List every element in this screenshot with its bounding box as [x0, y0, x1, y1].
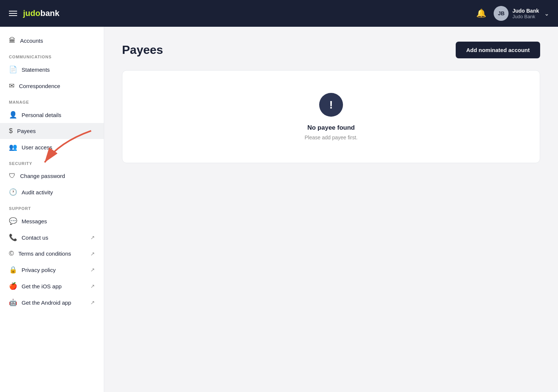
terms-label: Terms and conditions — [18, 250, 86, 257]
ios-app-external-icon: ↗ — [90, 283, 95, 289]
main-content: Payees Add nominated account ! No payee … — [104, 27, 558, 392]
accounts-label: Accounts — [20, 38, 95, 44]
sidebar-item-terms[interactable]: © Terms and conditions ↗ — [0, 246, 104, 262]
user-access-icon: 👥 — [9, 143, 17, 151]
android-app-icon: 🤖 — [9, 298, 17, 307]
ios-app-icon: 🍎 — [9, 282, 17, 290]
user-name: Judo Bank — [512, 8, 539, 14]
change-password-label: Change password — [20, 173, 95, 179]
contact-us-icon: 📞 — [9, 233, 17, 242]
page-header: Payees Add nominated account — [122, 42, 540, 58]
statements-icon: 📄 — [9, 65, 17, 74]
contact-us-external-icon: ↗ — [90, 234, 95, 240]
accounts-icon: 🏛 — [9, 37, 16, 45]
sidebar: 🏛 Accounts COMMUNICATIONS 📄 Statements ✉… — [0, 27, 104, 392]
personal-details-icon: 👤 — [9, 111, 17, 119]
avatar: JB — [494, 6, 509, 21]
add-nominated-account-button[interactable]: Add nominated account — [456, 42, 540, 58]
terms-icon: © — [9, 250, 14, 257]
sidebar-item-ios-app[interactable]: 🍎 Get the iOS app ↗ — [0, 278, 104, 294]
ios-app-label: Get the iOS app — [22, 283, 86, 289]
contact-us-label: Contact us — [22, 234, 86, 241]
privacy-external-icon: ↗ — [90, 267, 95, 273]
logo: judobank — [23, 9, 60, 18]
audit-activity-icon: 🕐 — [9, 188, 17, 196]
sidebar-item-android-app[interactable]: 🤖 Get the Android app ↗ — [0, 294, 104, 311]
support-section-label: SUPPORT — [0, 200, 104, 213]
empty-state-title: No payee found — [307, 124, 355, 132]
empty-state-card: ! No payee found Please add payee first. — [122, 70, 540, 163]
privacy-label: Privacy policy — [22, 267, 86, 273]
communications-section-label: COMMUNICATIONS — [0, 49, 104, 61]
sidebar-item-privacy[interactable]: 🔒 Privacy policy ↗ — [0, 262, 104, 278]
user-sub: Judo Bank — [512, 14, 539, 19]
logo-judo: judo — [23, 9, 40, 18]
top-navigation: judobank 🔔 JB Judo Bank Judo Bank ⌄ — [0, 0, 558, 27]
statements-label: Statements — [22, 67, 95, 73]
sidebar-item-payees[interactable]: $ Payees — [0, 123, 104, 139]
sidebar-item-messages[interactable]: 💬 Messages — [0, 213, 104, 229]
sidebar-item-audit-activity[interactable]: 🕐 Audit activity — [0, 184, 104, 200]
sidebar-item-correspondence[interactable]: ✉ Correspondence — [0, 78, 104, 94]
security-section-label: SECURITY — [0, 155, 104, 168]
android-app-external-icon: ↗ — [90, 299, 95, 305]
page-title: Payees — [122, 43, 163, 57]
hamburger-menu[interactable] — [9, 11, 17, 16]
sidebar-item-personal-details[interactable]: 👤 Personal details — [0, 107, 104, 123]
empty-state-subtitle: Please add payee first. — [305, 135, 357, 140]
logo-bank: bank — [40, 9, 59, 18]
audit-activity-label: Audit activity — [22, 189, 95, 195]
exclamation-icon: ! — [329, 99, 333, 110]
correspondence-icon: ✉ — [9, 82, 15, 90]
chevron-down-icon[interactable]: ⌄ — [544, 10, 549, 17]
sidebar-item-change-password[interactable]: 🛡 Change password — [0, 168, 104, 184]
sidebar-item-statements[interactable]: 📄 Statements — [0, 61, 104, 78]
empty-state-icon-circle: ! — [319, 93, 343, 117]
android-app-label: Get the Android app — [22, 299, 86, 306]
personal-details-label: Personal details — [22, 112, 95, 118]
user-profile-button[interactable]: JB Judo Bank Judo Bank ⌄ — [494, 6, 549, 21]
user-access-label: User access — [22, 144, 95, 150]
messages-icon: 💬 — [9, 217, 17, 225]
correspondence-label: Correspondence — [19, 83, 95, 89]
terms-external-icon: ↗ — [90, 251, 95, 257]
notification-bell-icon[interactable]: 🔔 — [476, 9, 486, 18]
sidebar-item-contact-us[interactable]: 📞 Contact us ↗ — [0, 229, 104, 246]
payees-label: Payees — [17, 128, 95, 134]
sidebar-item-accounts[interactable]: 🏛 Accounts — [0, 33, 104, 49]
sidebar-item-user-access[interactable]: 👥 User access — [0, 139, 104, 155]
manage-section-label: MANAGE — [0, 94, 104, 107]
user-info: Judo Bank Judo Bank — [512, 8, 539, 19]
messages-label: Messages — [22, 218, 95, 224]
privacy-icon: 🔒 — [9, 266, 17, 274]
payees-icon: $ — [9, 127, 13, 135]
change-password-icon: 🛡 — [9, 172, 16, 180]
